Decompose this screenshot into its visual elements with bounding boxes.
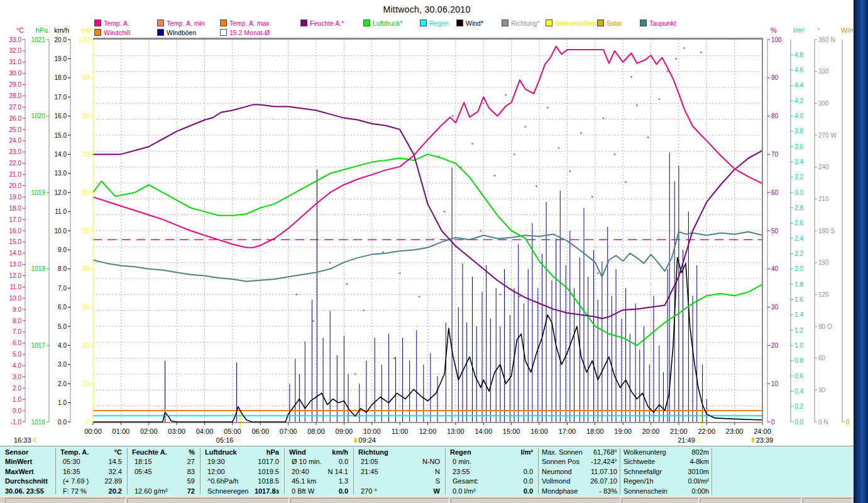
x-tick-label: 16:00 (530, 428, 548, 435)
direction-dot (547, 106, 549, 108)
table-cell-value: 27 (135, 457, 195, 467)
time-marker-arrow-up: ⇑23:39 (750, 436, 773, 445)
x-tick-label: 03:00 (168, 428, 185, 435)
table-cell-value: 32.4 (63, 467, 122, 477)
info-value: 3010m (624, 467, 709, 477)
time-marker-square: 21:49 □ (678, 436, 701, 444)
tick-label-min: 80 (82, 113, 90, 119)
table-row-label: 30.06. 23:55 (5, 487, 54, 496)
direction-dot (499, 294, 501, 296)
statusbar-panel (700, 498, 801, 503)
tick-label-degC: 1.0 (13, 396, 21, 403)
table-cell-value: 1017.0 (207, 457, 279, 467)
tick-label-degC: 24.0 (9, 137, 22, 144)
tick-label-min: 90 (82, 74, 90, 81)
table-cell-value: W (361, 487, 440, 496)
direction-dot (382, 251, 384, 253)
table-separator (284, 448, 285, 494)
tick-label-kmh: 3.0 (58, 361, 67, 368)
direction-dot (393, 357, 395, 359)
table-col-unit: °C (60, 448, 122, 457)
tick-label-deg: 30 (818, 387, 826, 394)
x-tick-label: 23:00 (726, 428, 744, 435)
table-col-unit: % (132, 448, 195, 457)
tick-label-hPa: 1017 (31, 342, 46, 349)
tick-label-degC: 25.0 (9, 126, 22, 133)
x-tick-label: 12:00 (419, 428, 437, 435)
direction-dot (667, 70, 669, 72)
tick-label-kmh: 12.0 (55, 189, 67, 196)
tick-label-deg: 210 (818, 196, 829, 202)
tick-label-lm2: 4.6 (794, 67, 803, 74)
tick-label-degC: 27.0 (9, 104, 22, 111)
tick-label-degC: 23.0 (9, 148, 22, 155)
direction-dot (513, 153, 515, 155)
direction-dot (536, 185, 537, 187)
tick-label-kmh: 17.0 (55, 94, 67, 101)
tick-label-degC: 12.0 (9, 272, 22, 279)
tick-label-deg: 300 (818, 100, 829, 107)
tick-label-kmh: 0.0 (58, 419, 67, 426)
tick-label-degC: 21.0 (9, 171, 22, 178)
direction-dot (652, 319, 654, 321)
table-separator (55, 448, 56, 494)
direction-dot (444, 211, 446, 213)
direction-dot (312, 320, 314, 322)
tick-label-deg: 60 (818, 355, 826, 362)
tick-label-degC: 19.0 (9, 194, 22, 201)
table-cell-value: N 14.1 (292, 467, 348, 477)
x-tick-label: 02:00 (140, 428, 158, 435)
direction-dot (625, 181, 627, 183)
x-tick-label: 24:00 (754, 428, 771, 435)
tick-label-degC: 10.0 (9, 295, 22, 302)
x-tick-label: 19:00 (614, 428, 632, 435)
tick-label-degC: 26.0 (9, 115, 22, 122)
tick-label-lm2: 4.0 (794, 113, 803, 119)
tick-label-degC: 5.0 (13, 351, 21, 358)
tick-label-kmh: 8.0 (58, 265, 67, 272)
x-tick-label: 18:00 (586, 428, 604, 435)
tick-label-min: 0 (85, 419, 89, 426)
plot-border-top (93, 38, 762, 40)
time-marker-sun: 05:16 ☼ (216, 436, 242, 444)
direction-dot (399, 272, 401, 274)
direction-dot (419, 296, 420, 297)
x-tick-label: 21:00 (670, 428, 688, 435)
table-cell-value: 1.3 (292, 477, 348, 486)
direction-dot (471, 143, 473, 145)
direction-dot (524, 126, 526, 128)
tick-label-pct: 50 (771, 228, 779, 235)
tick-label-degC: 29.0 (9, 81, 22, 88)
direction-dot (432, 238, 434, 240)
tick-label-lm2: 3.2 (794, 174, 803, 180)
direction-dot (597, 272, 599, 274)
direction-dot (675, 58, 677, 60)
direction-dot (630, 76, 632, 78)
tick-label-hPa: 1021 (31, 36, 46, 43)
table-cell-value: 0.0 (453, 477, 533, 486)
tick-label-hPa: 1018 (31, 265, 46, 272)
direction-dot (591, 196, 593, 197)
direction-dot (541, 325, 543, 327)
tick-label-min: 10 (82, 380, 90, 387)
direction-dot (438, 155, 440, 157)
info-value: 11.07.10 (542, 467, 617, 477)
direction-dot (483, 102, 485, 104)
tick-label-degC: 15.0 (9, 238, 22, 245)
tick-label-min: 60 (82, 189, 90, 196)
tick-label-lm2: 3.6 (794, 143, 803, 150)
tick-label-hPa: 1019 (31, 189, 46, 196)
table-separator (353, 448, 354, 494)
tick-label-lm2: 0.2 (794, 403, 803, 410)
table-cell-value: 0.0 (453, 467, 533, 477)
tick-label-degC: -1.0 (11, 419, 22, 426)
direction-dot (452, 115, 454, 117)
statusbar-panel (5, 498, 126, 503)
table-cell-value: 0.0 (292, 487, 348, 496)
tick-label-degC: 28.0 (9, 92, 22, 99)
marker-time: 09:24 (358, 436, 376, 444)
tick-label-pct: 70 (771, 151, 779, 158)
tick-label-degC: 9.0 (13, 306, 21, 313)
table-row-label: Sensor (5, 448, 54, 457)
tick-label-degC: 17.0 (9, 216, 22, 223)
